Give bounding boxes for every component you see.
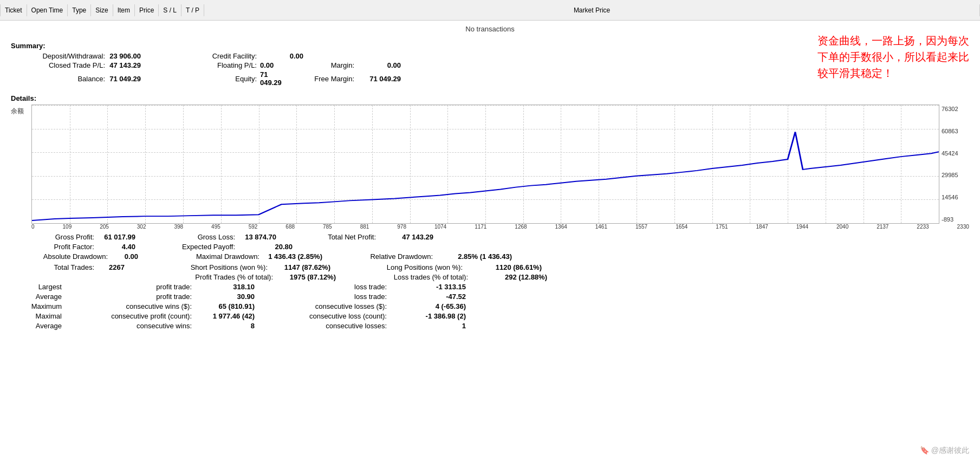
x-0: 0 bbox=[31, 224, 35, 230]
x-9: 881 bbox=[360, 224, 369, 230]
perf-row-3: Absolute Drawdown: 0.00 Maximal Drawdown… bbox=[11, 252, 969, 261]
size-col-header: Size bbox=[91, 4, 113, 16]
perf-row-2: Profit Factor: 4.40 Expected Payoff: 20.… bbox=[11, 243, 969, 251]
type-col-header: Type bbox=[68, 4, 91, 16]
item-col-header: Item bbox=[113, 4, 135, 16]
market-price-col-header: Market Price bbox=[204, 4, 980, 16]
consec-wins-lbl: consecutive wins ($): bbox=[65, 302, 195, 310]
x-1: 109 bbox=[63, 224, 72, 230]
perf-row-1: Gross Profit: 61 017.99 Gross Loss: 13 8… bbox=[11, 233, 969, 241]
x-11: 1074 bbox=[434, 224, 446, 230]
details-title: Details: bbox=[11, 94, 969, 102]
x-14: 1364 bbox=[555, 224, 567, 230]
y-label-2: 45424 bbox=[942, 150, 969, 157]
x-15: 1461 bbox=[595, 224, 607, 230]
margin-label: Margin: bbox=[303, 61, 358, 69]
closed-pl-label: Closed Trade P/L: bbox=[11, 61, 108, 69]
ticket-col-header: Ticket bbox=[0, 4, 27, 16]
consec-profit-val: 1 977.46 (42) bbox=[195, 312, 271, 320]
x-19: 1847 bbox=[756, 224, 768, 230]
rel-drawdown-value: 2.85% (1 436.43) bbox=[436, 252, 512, 261]
open-time-col-header: Open Time bbox=[27, 4, 68, 16]
deposit-label: Deposit/Withdrawal: bbox=[11, 52, 108, 60]
x-23: 2233 bbox=[917, 224, 929, 230]
short-pos-label: Short Positions (won %): bbox=[141, 263, 271, 271]
loss-trade-val: -1 313.15 bbox=[390, 283, 466, 291]
max-drawdown-label: Maximal Drawdown: bbox=[154, 252, 263, 261]
watermark: 🔖 @感谢彼此 bbox=[920, 446, 969, 456]
y-label-0: 76302 bbox=[942, 106, 969, 112]
equity-value: 71 049.29 bbox=[260, 70, 303, 87]
profit-factor-label: Profit Factor: bbox=[11, 243, 98, 251]
gross-profit-value: 61 017.99 bbox=[98, 233, 152, 241]
gross-loss-label: Gross Loss: bbox=[152, 233, 238, 241]
long-pos-label: Long Positions (won %): bbox=[347, 263, 466, 271]
profit-trade-lbl: profit trade: bbox=[65, 283, 195, 291]
maximum-label: Maximum bbox=[11, 302, 65, 310]
gross-loss-value: 13 874.70 bbox=[238, 233, 293, 241]
average-label: Average bbox=[11, 293, 65, 301]
maximal-label: Maximal bbox=[11, 312, 65, 320]
grid-h-5 bbox=[32, 223, 939, 224]
profit-trade-val: 318.10 bbox=[195, 283, 271, 291]
closed-pl-value: 47 143.29 bbox=[108, 61, 163, 69]
chart-y-label: 余额 bbox=[11, 107, 24, 116]
consec-wins2-val: 8 bbox=[195, 322, 271, 330]
consec-profit-lbl: consecutive profit (count): bbox=[65, 312, 195, 320]
y-label-4: 14546 bbox=[942, 194, 969, 200]
tp-col-header: T / P bbox=[181, 4, 204, 16]
x-6: 592 bbox=[249, 224, 258, 230]
x-22: 2137 bbox=[877, 224, 888, 230]
x-4: 398 bbox=[174, 224, 183, 230]
avg-loss-trade-lbl: loss trade: bbox=[271, 293, 390, 301]
chart-y-axis: 76302 60863 45424 29985 14546 -893 bbox=[939, 105, 969, 224]
loss-trades-label: Loss trades (% of total): bbox=[352, 273, 471, 281]
perf-row-10: Average consecutive wins: 8 consecutive … bbox=[11, 322, 969, 330]
free-margin-value: 71 049.29 bbox=[358, 75, 401, 83]
x-17: 1654 bbox=[676, 224, 687, 230]
average2-label: Average bbox=[11, 322, 65, 330]
chinese-annotation: 资金曲线，一路上扬，因为每次下单的手数很小，所以看起来比较平滑其稳定！ bbox=[817, 33, 969, 81]
consec-wins2-lbl: consecutive wins: bbox=[65, 322, 195, 330]
x-2: 205 bbox=[100, 224, 109, 230]
abs-drawdown-value: 0.00 bbox=[111, 252, 154, 261]
x-10: 978 bbox=[397, 224, 406, 230]
loss-trade-lbl: loss trade: bbox=[271, 283, 390, 291]
max-drawdown-value: 1 436.43 (2.85%) bbox=[263, 252, 339, 261]
x-3: 302 bbox=[137, 224, 146, 230]
table-header: Ticket Open Time Type Size Item Price S … bbox=[0, 0, 980, 21]
x-18: 1751 bbox=[716, 224, 728, 230]
y-label-1: 60863 bbox=[942, 128, 969, 134]
avg-profit-trade-lbl: profit trade: bbox=[65, 293, 195, 301]
consec-loss-count-val: -1 386.98 (2) bbox=[390, 312, 466, 320]
profit-factor-value: 4.40 bbox=[98, 243, 152, 251]
sl-col-header: S / L bbox=[159, 4, 181, 16]
consec-loss-count-lbl: consecutive loss (count): bbox=[271, 312, 390, 320]
consec-losses-lbl: consecutive losses ($): bbox=[271, 302, 390, 310]
avg-loss-trade-val: -47.52 bbox=[390, 293, 466, 301]
consec-losses2-lbl: consecutive losses: bbox=[271, 322, 390, 330]
total-trades-label: Total Trades: bbox=[11, 263, 98, 271]
profit-trades-label: Profit Trades (% of total): bbox=[146, 273, 276, 281]
avg-profit-trade-val: 30.90 bbox=[195, 293, 271, 301]
gross-profit-label: Gross Profit: bbox=[11, 233, 98, 241]
performance-section: Gross Profit: 61 017.99 Gross Loss: 13 8… bbox=[0, 231, 980, 334]
balance-value: 71 049.29 bbox=[108, 75, 163, 83]
rel-drawdown-label: Relative Drawdown: bbox=[339, 252, 436, 261]
balance-label: Balance: bbox=[11, 75, 108, 83]
consec-wins-val: 65 (810.91) bbox=[195, 302, 271, 310]
short-pos-value: 1147 (87.62%) bbox=[271, 263, 347, 271]
credit-label: Credit Facility: bbox=[163, 52, 260, 60]
x-20: 1944 bbox=[796, 224, 808, 230]
equity-label: Equity: bbox=[163, 75, 260, 83]
chart-y-label-container: 余额 bbox=[11, 105, 31, 224]
details-section: Details: bbox=[0, 92, 980, 105]
expected-payoff-label: Expected Payoff: bbox=[152, 243, 238, 251]
y-label-3: 29985 bbox=[942, 172, 969, 178]
chart-body bbox=[31, 105, 939, 224]
loss-trades-value: 292 (12.88%) bbox=[471, 273, 547, 281]
total-trades-value: 2267 bbox=[98, 263, 141, 271]
perf-row-9: Maximal consecutive profit (count): 1 97… bbox=[11, 312, 969, 320]
x-24: 2330 bbox=[957, 224, 969, 230]
total-net-profit-value: 47 143.29 bbox=[379, 233, 433, 241]
